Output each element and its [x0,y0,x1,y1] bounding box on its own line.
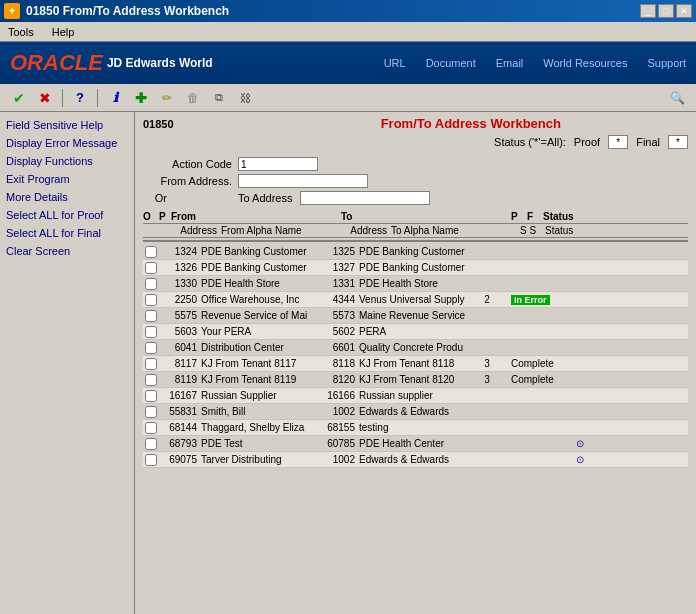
row-13-to-name: PDE Health Center [359,438,479,449]
sidebar-item-clear-screen[interactable]: Clear Screen [4,242,130,260]
maximize-button[interactable]: □ [658,4,674,18]
scroll-up-icon[interactable]: ⊙ [576,438,584,449]
action-code-label: Action Code [143,158,238,170]
row-checkbox-10[interactable] [144,390,158,402]
row-checkbox-11[interactable] [144,406,158,418]
info-button[interactable]: ℹ [104,87,126,109]
to-address-input[interactable] [300,191,430,205]
row-checkbox-1[interactable] [144,246,158,258]
nav-url[interactable]: URL [384,57,406,69]
row-8-to-name: KJ From Tenant 8118 [359,358,479,369]
oracle-header: ORACLE JD Edwards World URL Document Ema… [0,42,696,84]
close-button[interactable]: ✕ [676,4,692,18]
row-9-status: Complete [511,374,576,385]
plus-icon: ✚ [135,90,147,106]
row-1-to-num: 1325 [321,246,359,257]
sidebar-item-exit-program[interactable]: Exit Program [4,170,130,188]
x-icon: ✖ [39,90,51,106]
edit-button[interactable]: ✏ [156,87,178,109]
col-header-ps: P [511,211,527,222]
nav-support[interactable]: Support [647,57,686,69]
row-3-from-num: 1330 [163,278,201,289]
row-14-to-num: 1002 [321,454,359,465]
from-address-label: From Address. [143,175,238,187]
table-row: 55831 Smith, Bill 1002 Edwards & Edwards [143,404,688,420]
form-fields: Action Code From Address. Or To Address [135,155,696,210]
copy-button[interactable]: ⧉ [208,87,230,109]
row-checkbox-7[interactable] [144,342,158,354]
row-checkbox-12[interactable] [144,422,158,434]
nav-world-resources[interactable]: World Resources [543,57,627,69]
row-5-to-num: 5573 [321,310,359,321]
check-button[interactable]: ✔ [8,87,30,109]
link-button[interactable]: ⛓ [234,87,256,109]
title-bar-title: 01850 From/To Address Workbench [26,4,229,18]
sidebar-item-display-error-message[interactable]: Display Error Message [4,134,130,152]
form-number: 01850 [143,118,174,130]
minimize-button[interactable]: _ [640,4,656,18]
row-4-to-name: Venus Universal Supply [359,294,479,305]
row-7-to-name: Quality Concrete Produ [359,342,479,353]
row-checkbox-8[interactable] [144,358,158,370]
add-button[interactable]: ✚ [130,87,152,109]
sidebar-item-select-all-proof[interactable]: Select ALL for Proof [4,206,130,224]
title-bar-controls: _ □ ✕ [640,4,692,18]
menu-help[interactable]: Help [48,24,79,40]
col-subheader-to-address: Address [341,225,391,236]
toolbar: ✔ ✖ ? ℹ ✚ ✏ 🗑 ⧉ ⛓ 🔍 [0,84,696,112]
sidebar-item-display-functions[interactable]: Display Functions [4,152,130,170]
row-checkbox-5[interactable] [144,310,158,322]
sidebar-item-field-sensitive-help[interactable]: Field Sensitive Help [4,116,130,134]
row-8-from-name: KJ From Tenant 8117 [201,358,321,369]
sidebar-item-select-all-final[interactable]: Select ALL for Final [4,224,130,242]
row-11-to-name: Edwards & Edwards [359,406,479,417]
final-label: Final [636,136,660,148]
table-row: 6041 Distribution Center 6601 Quality Co… [143,340,688,356]
row-4-ps: 2 [479,294,495,305]
trash-icon: 🗑 [187,91,199,105]
row-2-to-num: 1327 [321,262,359,273]
sidebar-item-more-details[interactable]: More Details [4,188,130,206]
help-button[interactable]: ? [69,87,91,109]
nav-email[interactable]: Email [496,57,524,69]
action-code-input[interactable] [238,157,318,171]
row-10-to-name: Russian supplier [359,390,479,401]
final-input[interactable] [668,135,688,149]
proof-input[interactable] [608,135,628,149]
row-checkbox-9[interactable] [144,374,158,386]
oracle-text: ORACLE [10,50,103,76]
link-icon: ⛓ [240,92,251,104]
row-1-from-num: 1324 [163,246,201,257]
menu-tools[interactable]: Tools [4,24,38,40]
row-3-to-name: PDE Health Store [359,278,479,289]
row-checkbox-13[interactable] [144,438,158,450]
col-subheader-address: Address [171,225,221,236]
row-9-to-num: 8120 [321,374,359,385]
col-header-to: To [341,211,511,222]
row-4-from-name: Office Warehouse, Inc [201,294,321,305]
delete-button[interactable]: 🗑 [182,87,204,109]
table-divider [143,240,688,242]
row-5-to-name: Maine Revenue Service [359,310,479,321]
scroll-down-icon[interactable]: ⊙ [576,454,584,465]
row-8-status: Complete [511,358,576,369]
search-button[interactable]: 🔍 [666,87,688,109]
row-7-to-num: 6601 [321,342,359,353]
main-area: Field Sensitive Help Display Error Messa… [0,112,696,614]
row-checkbox-4[interactable] [144,294,158,306]
from-address-input[interactable] [238,174,368,188]
row-2-from-num: 1326 [163,262,201,273]
nav-document[interactable]: Document [426,57,476,69]
col-header-fs: F [527,211,543,222]
row-checkbox-6[interactable] [144,326,158,338]
row-checkbox-14[interactable] [144,454,158,466]
row-checkbox-2[interactable] [144,262,158,274]
row-10-to-num: 16166 [321,390,359,401]
table-row: 68793 PDE Test 60785 PDE Health Center ⊙ [143,436,688,452]
form-title: From/To Address Workbench [254,116,688,131]
info-icon: ℹ [113,90,118,105]
row-1-from-name: PDE Banking Customer [201,246,321,257]
form-header: 01850 From/To Address Workbench Status (… [135,112,696,155]
row-checkbox-3[interactable] [144,278,158,290]
cancel-button[interactable]: ✖ [34,87,56,109]
